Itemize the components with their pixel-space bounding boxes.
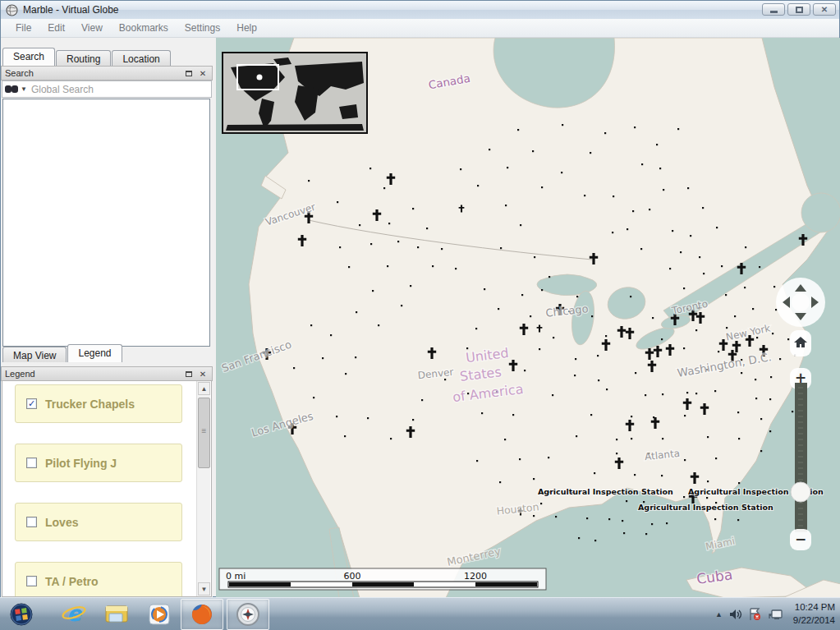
- float-panel-icon[interactable]: [183, 369, 195, 379]
- search-input[interactable]: [31, 84, 211, 95]
- tab-legend[interactable]: Legend: [67, 344, 122, 362]
- scroll-up-icon[interactable]: ▲: [198, 382, 210, 395]
- legend-item-pilot-flying-j: Pilot Flying J: [15, 444, 182, 482]
- close-panel-icon[interactable]: ✕: [197, 68, 209, 78]
- taskbar-clock[interactable]: 10:24 PM 9/22/2014: [790, 601, 835, 627]
- show-hidden-icons[interactable]: ▲: [715, 610, 723, 619]
- internet-explorer-icon[interactable]: e: [53, 599, 95, 630]
- legend-dock-header: Legend ✕: [1, 366, 213, 381]
- zoom-slider-thumb[interactable]: [791, 482, 810, 502]
- tab-routing[interactable]: Routing: [56, 50, 111, 66]
- left-panel: SearchRoutingLocation Search ✕ ▼ Map Vie…: [1, 38, 213, 598]
- title-bar[interactable]: Marble - Virtual Globe ✕: [1, 1, 839, 19]
- search-binoculars-icon[interactable]: [5, 85, 20, 94]
- scale-tick-label: 1200: [464, 571, 487, 582]
- legend-checkbox[interactable]: [26, 458, 37, 468]
- tab-search[interactable]: Search: [2, 48, 55, 66]
- menu-item-bookmarks[interactable]: Bookmarks: [111, 20, 177, 36]
- legend-scrollbar[interactable]: ▲ ▼: [196, 381, 210, 596]
- firefox-icon[interactable]: [181, 599, 223, 630]
- search-bar: ▼: [2, 80, 212, 98]
- close-button[interactable]: ✕: [813, 3, 836, 16]
- close-panel-icon[interactable]: ✕: [197, 369, 209, 379]
- marble-app-icon: [6, 4, 18, 16]
- taskbar: e ▲: [0, 597, 840, 630]
- scroll-down-icon[interactable]: ▼: [198, 582, 210, 596]
- legend-item-ta-petro: TA / Petro: [15, 562, 182, 597]
- marble-window: Marble - Virtual Globe ✕ FileEditViewBoo…: [0, 0, 840, 597]
- search-results-box[interactable]: [2, 99, 210, 347]
- legend-item-label: Loves: [45, 516, 78, 529]
- legend-checkbox[interactable]: [26, 576, 37, 586]
- clock-date: 9/22/2014: [793, 614, 835, 628]
- tab-map-view[interactable]: Map View: [2, 347, 67, 362]
- menu-item-view[interactable]: View: [73, 20, 111, 36]
- window-title: Marble - Virtual Globe: [23, 4, 119, 16]
- clock-time: 10:24 PM: [793, 601, 835, 614]
- legend-item-label: Trucker Chapels: [45, 398, 135, 411]
- pan-center-knob[interactable]: [792, 293, 810, 311]
- legend-dock-title: Legend: [5, 369, 35, 379]
- svg-text:e: e: [67, 601, 83, 626]
- media-player-icon[interactable]: [138, 599, 181, 630]
- scale-tick-label: 600: [344, 571, 361, 582]
- menu-item-edit[interactable]: Edit: [39, 20, 73, 36]
- menu-item-file[interactable]: File: [7, 20, 39, 36]
- legend-list: ✓Trucker ChapelsPilot Flying JLovesTA / …: [2, 381, 212, 597]
- legend-checkbox[interactable]: ✓: [26, 398, 37, 409]
- minimize-button[interactable]: [762, 3, 785, 16]
- menu-item-settings[interactable]: Settings: [177, 20, 228, 36]
- overview-world-map[interactable]: [223, 53, 367, 133]
- marble-icon[interactable]: [227, 599, 269, 630]
- search-dock-title: Search: [5, 68, 34, 78]
- float-panel-icon[interactable]: [183, 68, 195, 78]
- minus-icon: −: [795, 531, 806, 547]
- search-dock-header: Search ✕: [1, 66, 213, 80]
- legend-checkbox[interactable]: [26, 517, 37, 527]
- action-center-icon[interactable]: [748, 608, 762, 621]
- legend-item-label: Pilot Flying J: [45, 457, 117, 470]
- map-canvas[interactable]: CanadaVancouverSan FranciscoLos AngelesU…: [216, 38, 840, 598]
- tab-location[interactable]: Location: [112, 50, 170, 66]
- start-button[interactable]: [0, 599, 43, 630]
- scale-zero-label: 0 mi: [226, 571, 246, 582]
- volume-icon[interactable]: [728, 608, 742, 621]
- legend-item-loves: Loves: [15, 503, 182, 541]
- menu-item-help[interactable]: Help: [228, 20, 265, 36]
- agricultural-inspection-station-label: Agricultural Inspection Station: [538, 487, 673, 496]
- legend-item-label: TA / Petro: [45, 575, 99, 588]
- search-dropdown-caret-icon[interactable]: ▼: [21, 85, 27, 93]
- maximize-button[interactable]: [787, 3, 810, 16]
- scrollbar-thumb[interactable]: [198, 398, 210, 468]
- viewport-center-dot: [257, 75, 263, 80]
- agricultural-inspection-station-label: Agricultural Inspection Station: [638, 503, 773, 512]
- scale-bar: 0 mi 6001200: [219, 568, 546, 590]
- panel-tab-bar: SearchRoutingLocation: [2, 48, 172, 66]
- network-icon[interactable]: [768, 608, 784, 621]
- windows-explorer-icon[interactable]: [95, 599, 138, 630]
- menu-bar: FileEditViewBookmarksSettingsHelp: [1, 19, 839, 38]
- view-tab-bar: Map ViewLegend: [2, 344, 123, 362]
- legend-item-trucker-chapels: ✓Trucker Chapels: [15, 384, 182, 423]
